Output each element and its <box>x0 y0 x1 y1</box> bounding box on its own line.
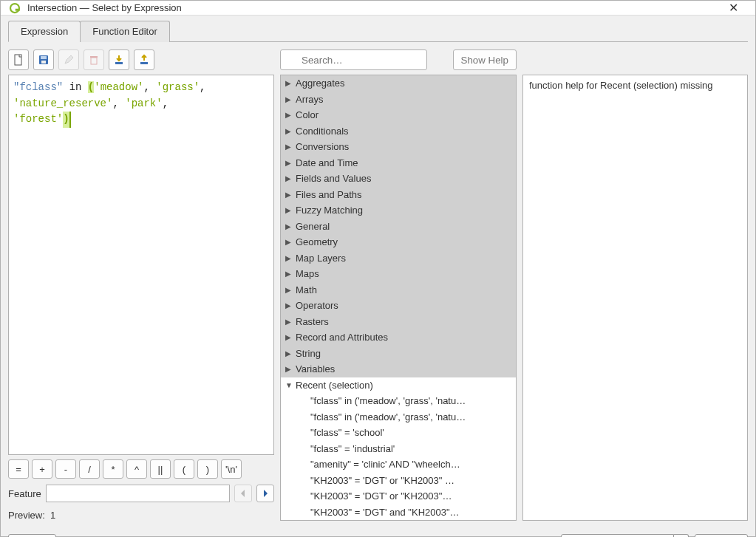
op-equals[interactable]: = <box>8 459 29 479</box>
middle-column: Show Help ▶Aggregates ▶Arrays ▶Color ▶Co… <box>280 49 517 521</box>
help-panel: function help for Recent (selection) mis… <box>522 75 748 521</box>
tree-cat[interactable]: ▶Date and Time <box>281 155 516 171</box>
tree-cat-recent[interactable]: ▼Recent (selection) <box>281 377 516 394</box>
function-tree[interactable]: ▶Aggregates ▶Arrays ▶Color ▶Conditionals… <box>280 75 517 521</box>
chevron-right-icon: ▶ <box>285 316 296 327</box>
recent-item[interactable]: "fclass" in ('meadow', 'grass', 'natu… <box>281 393 516 409</box>
right-column: function help for Recent (selection) mis… <box>522 49 748 521</box>
right-buttons: ε Select Features Close <box>561 534 748 537</box>
svg-rect-9 <box>140 62 148 64</box>
search-input[interactable] <box>280 49 427 70</box>
tree-cat[interactable]: ▶Fuzzy Matching <box>281 202 516 219</box>
left-column: "fclass" in ('meadow', 'grass', 'nature_… <box>8 49 274 521</box>
recent-item[interactable]: "KH2003" = 'DGT' and "KH2003"… <box>281 504 516 521</box>
show-help-button[interactable]: Show Help <box>453 49 517 70</box>
tree-cat[interactable]: ▶Record and Attributes <box>281 329 516 346</box>
tree-cat[interactable]: ▶Color <box>281 107 516 123</box>
chevron-right-icon: ▶ <box>285 109 296 120</box>
tree-cat[interactable]: ▶Variables <box>281 361 516 377</box>
svg-rect-8 <box>115 62 123 64</box>
recent-item[interactable]: "fclass" in ('meadow', 'grass', 'natu… <box>281 409 516 425</box>
preview-row: Preview: 1 <box>8 510 274 521</box>
content-area: Expression Function Editor <box>1 16 755 528</box>
tree-cat[interactable]: ▶General <box>281 219 516 235</box>
op-power[interactable]: ^ <box>126 459 147 479</box>
op-lparen[interactable]: ( <box>174 459 194 479</box>
feature-input[interactable] <box>46 485 230 502</box>
tree-cat[interactable]: ▶Geometry <box>281 234 516 250</box>
token-string: 'forest' <box>13 113 63 125</box>
op-plus[interactable]: + <box>32 459 52 479</box>
export-expression-button[interactable] <box>134 49 154 70</box>
tree-cat[interactable]: ▶Operators <box>281 298 516 314</box>
close-icon[interactable]: ✕ <box>718 1 748 15</box>
recent-item[interactable]: "amenity" = 'clinic' AND "wheelch… <box>281 456 516 473</box>
import-expression-button[interactable] <box>109 49 129 70</box>
tab-function-editor[interactable]: Function Editor <box>80 21 169 42</box>
op-concat[interactable]: || <box>150 459 171 479</box>
expression-toolbar <box>8 49 274 70</box>
help-text: function help for Recent (selection) mis… <box>529 80 713 91</box>
svg-rect-6 <box>91 58 97 64</box>
dialog-window: Intersection — Select by Expression ✕ Ex… <box>0 0 756 537</box>
select-features-button[interactable]: ε Select Features <box>561 534 674 537</box>
recent-item[interactable]: "KH2003" = 'DGT' or "KH2003"… <box>281 488 516 504</box>
token-string: 'grass' <box>156 81 200 93</box>
op-divide[interactable]: / <box>79 459 100 479</box>
close-button[interactable]: Close <box>695 534 748 537</box>
preview-label: Preview: <box>8 510 45 521</box>
preview-value: 1 <box>50 510 55 521</box>
tab-expression[interactable]: Expression <box>8 21 81 42</box>
tree-cat[interactable]: ▶Arrays <box>281 92 516 108</box>
tree-cat[interactable]: ▶String <box>281 346 516 362</box>
select-features-split-button: ε Select Features <box>561 534 689 537</box>
feature-label: Feature <box>8 488 41 499</box>
tree-cat[interactable]: ▶Math <box>281 282 516 298</box>
svg-point-0 <box>10 4 19 13</box>
chevron-right-icon: ▶ <box>285 268 296 279</box>
tree-cat[interactable]: ▶Files and Paths <box>281 187 516 203</box>
recent-item[interactable]: "KH2003" = 'DGT' or "KH2003" … <box>281 473 516 489</box>
chevron-right-icon: ▶ <box>285 284 296 295</box>
tree-cat[interactable]: ▶Maps <box>281 266 516 282</box>
save-expression-button[interactable] <box>33 49 54 70</box>
op-minus[interactable]: - <box>55 459 76 479</box>
chevron-right-icon: ▶ <box>285 348 296 359</box>
chevron-right-icon: ▶ <box>285 363 296 374</box>
svg-rect-5 <box>41 61 46 64</box>
op-rparen[interactable]: ) <box>197 459 218 479</box>
operator-row: = + - / * ^ || ( ) '\n' <box>8 459 274 479</box>
help-button[interactable]: Help <box>8 534 56 537</box>
qgis-icon <box>8 1 21 15</box>
svg-rect-1 <box>16 8 20 10</box>
new-expression-button[interactable] <box>8 49 29 70</box>
recent-item[interactable]: "fclass" = 'industrial' <box>281 441 516 457</box>
tree-cat[interactable]: ▶Rasters <box>281 314 516 330</box>
chevron-right-icon: ▶ <box>285 189 296 200</box>
tree-cat[interactable]: ▶Aggregates <box>281 75 516 92</box>
delete-expression-button <box>84 49 104 70</box>
chevron-right-icon: ▶ <box>285 300 296 311</box>
next-feature-button[interactable] <box>256 485 274 502</box>
tree-cat[interactable]: ▶Map Layers <box>281 250 516 267</box>
chevron-right-icon: ▶ <box>285 253 296 264</box>
tree-cat[interactable]: ▶Conditionals <box>281 123 516 140</box>
prev-feature-button <box>234 485 252 502</box>
tree-cat[interactable]: ▶Fields and Values <box>281 171 516 187</box>
token-keyword: in <box>69 81 82 93</box>
search-row: Show Help <box>280 49 517 70</box>
columns: "fclass" in ('meadow', 'grass', 'nature_… <box>8 49 748 521</box>
token-string: 'meadow' <box>94 81 143 93</box>
svg-rect-2 <box>15 55 21 65</box>
svg-rect-4 <box>41 56 47 59</box>
chevron-right-icon: ▶ <box>285 157 296 168</box>
chevron-right-icon: ▶ <box>285 173 296 184</box>
recent-item[interactable]: "fclass" = 'school' <box>281 425 516 441</box>
expression-editor[interactable]: "fclass" in ('meadow', 'grass', 'nature_… <box>8 75 274 455</box>
op-newline[interactable]: '\n' <box>221 459 242 479</box>
chevron-right-icon: ▶ <box>285 236 296 247</box>
select-features-dropdown[interactable] <box>674 534 689 537</box>
tree-cat[interactable]: ▶Conversions <box>281 139 516 155</box>
tab-body: "fclass" in ('meadow', 'grass', 'nature_… <box>8 42 748 521</box>
op-multiply[interactable]: * <box>103 459 123 479</box>
